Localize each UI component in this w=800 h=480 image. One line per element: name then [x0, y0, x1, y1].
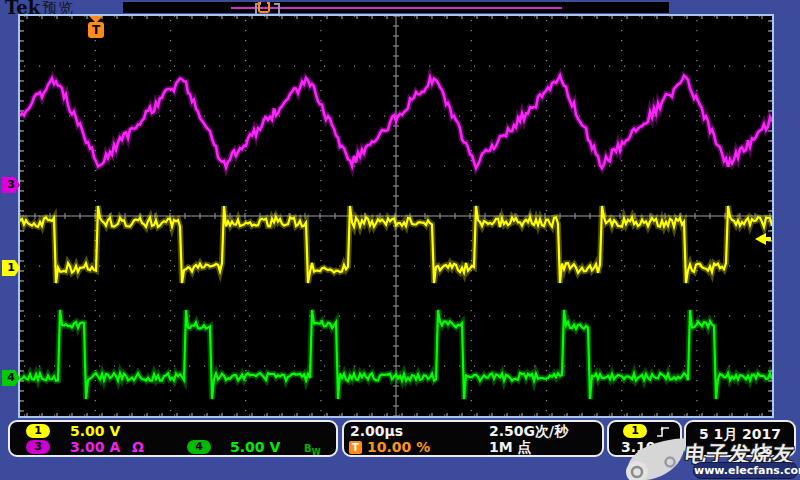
trigger-level-arrow-tail: [765, 237, 771, 241]
trigger-position-readout: 10.00 %: [367, 440, 430, 455]
ch1-badge[interactable]: 1: [26, 424, 50, 438]
screen-frame: [18, 14, 774, 418]
ch1-scale-readout: 5.00 V: [70, 424, 120, 439]
trigger-flag-t-icon: T: [88, 22, 104, 38]
record-length-readout: 1M 点: [489, 440, 532, 455]
ch3-badge[interactable]: 3: [26, 440, 50, 454]
ch3-impedance-readout: Ω: [132, 440, 144, 455]
watermark-url: www.elecfans.com: [693, 462, 798, 479]
sample-rate-readout: 2.50G次/秒: [489, 424, 568, 439]
trigger-t-icon: T: [349, 441, 362, 454]
trigger-level-arrow[interactable]: [755, 233, 766, 245]
graticule-area[interactable]: [20, 16, 772, 416]
ch4-bandwidth-limit-icon: BW: [304, 441, 320, 460]
vertical-settings-panel[interactable]: 1 5.00 V 3 3.00 A Ω 4 5.00 V BW: [8, 420, 338, 457]
waveform-plot: [20, 16, 772, 416]
oscilloscope-screen: Tek 预览 T 3 1 4 1 5.00 V 3 3.00 A Ω 4 5.0…: [0, 0, 800, 480]
ch4-badge[interactable]: 4: [187, 440, 211, 454]
ch3-scale-readout: 3.00 A: [70, 440, 120, 455]
horizontal-settings-panel[interactable]: 2.00µs 2.50G次/秒 T 10.00 % 1M 点: [342, 420, 604, 457]
trigger-position-flag[interactable]: T: [88, 16, 104, 39]
record-waveform-line: [231, 7, 562, 9]
timebase-readout: 2.00µs: [350, 424, 403, 439]
record-trigger-marker[interactable]: [258, 3, 270, 13]
record-view-bar[interactable]: [123, 2, 669, 13]
ch4-scale-readout: 5.00 V: [230, 440, 280, 455]
